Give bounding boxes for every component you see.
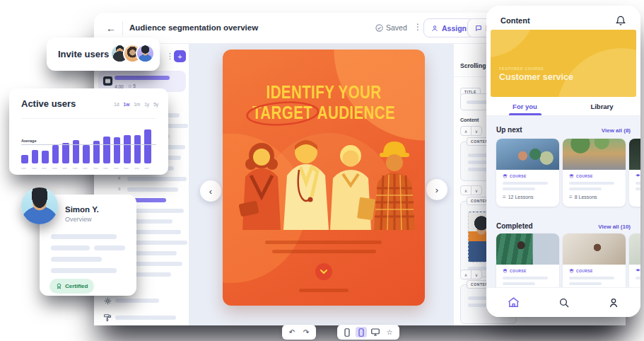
lessons-icon: ≡ xyxy=(503,195,506,200)
axis-tick xyxy=(144,168,149,169)
course-cap-icon xyxy=(503,269,508,273)
course-image xyxy=(563,233,626,265)
range-1y[interactable]: 1y xyxy=(144,102,149,107)
profile-name: Simon Y. xyxy=(65,205,99,214)
lessons-icon: ≡ xyxy=(569,195,573,200)
poster-slide[interactable]: IDENTIFY YOUR TARGET AUDIENCE xyxy=(223,50,425,306)
view-all-link[interactable]: View all (10) xyxy=(598,224,631,230)
monitor-icon[interactable] xyxy=(370,327,381,337)
placeholder-line xyxy=(503,282,535,285)
assign-label: Assign xyxy=(442,24,467,33)
active-users-chart-area: Average xyxy=(21,127,156,169)
range-1m[interactable]: 1m xyxy=(134,102,140,107)
featured-title: Customer service xyxy=(499,72,573,82)
course-image xyxy=(563,139,626,170)
invite-users-card: Invite users xyxy=(47,37,160,71)
phone-active-icon[interactable] xyxy=(356,327,367,337)
chart-bar xyxy=(21,155,28,163)
phone-portrait-icon[interactable] xyxy=(341,327,353,337)
redo-icon[interactable]: ↷ xyxy=(300,327,312,337)
placeholder-line xyxy=(503,182,548,185)
course-card[interactable]: COURSE ≡12 Lessons xyxy=(496,139,559,207)
undo-icon[interactable]: ↶ xyxy=(286,327,298,337)
scroll-down-button[interactable] xyxy=(315,263,332,280)
axis-tick xyxy=(134,168,139,169)
chevron-up-icon[interactable]: ∧ xyxy=(460,185,472,195)
placeholder-line xyxy=(636,182,640,185)
active-users-chart xyxy=(21,129,156,163)
axis-tick xyxy=(21,168,26,169)
divider xyxy=(21,118,156,119)
section-title-up-next: Up next xyxy=(496,126,522,134)
prev-slide-button[interactable]: ‹ xyxy=(200,180,221,202)
next-slide-button[interactable]: › xyxy=(426,179,447,200)
range-5y[interactable]: 5y xyxy=(153,102,158,107)
featured-course-card[interactable]: FEATURED COURSE Customer service xyxy=(491,30,636,97)
placeholder-line xyxy=(94,245,125,250)
active-tab-underline xyxy=(509,113,541,115)
average-line xyxy=(21,144,156,145)
tab-library[interactable]: Library xyxy=(563,97,640,115)
course-tag: COURSE xyxy=(569,269,593,273)
active-users-card: Active users 1d 1w 1m 1y 5y Average xyxy=(9,88,168,175)
reorder-stepper: ∧ ∨ xyxy=(460,126,482,136)
chart-bar xyxy=(52,145,59,163)
placeholder-line xyxy=(51,268,117,273)
course-image xyxy=(496,139,559,170)
chevron-up-icon[interactable]: ∧ xyxy=(460,126,472,136)
chart-bar xyxy=(114,137,121,163)
placeholder-line xyxy=(115,299,159,303)
back-arrow-icon[interactable]: ← xyxy=(104,21,118,35)
list-row-bar[interactable] xyxy=(127,177,187,181)
course-cap-icon xyxy=(569,269,574,273)
chevron-down-icon xyxy=(320,270,327,274)
list-row-bar[interactable] xyxy=(127,187,178,192)
profile-icon[interactable] xyxy=(608,297,619,308)
mobile-header-title: Content xyxy=(500,16,530,25)
placeholder-line xyxy=(569,182,614,185)
chart-axis-ticks xyxy=(21,168,156,169)
chevron-down-icon[interactable]: ∨ xyxy=(471,126,482,136)
course-cap-icon xyxy=(636,174,640,178)
course-card[interactable]: COURSE xyxy=(629,139,640,207)
course-image xyxy=(629,139,640,170)
chevron-up-icon[interactable]: ∧ xyxy=(460,270,472,279)
chart-bar xyxy=(42,151,49,163)
course-tag: COURSE xyxy=(503,174,527,178)
course-image xyxy=(496,233,559,265)
placeholder-line xyxy=(569,277,614,279)
course-card[interactable]: COURSE ≡8 Lessons xyxy=(563,139,626,207)
chart-bar xyxy=(62,143,69,163)
mobile-bottom-nav xyxy=(486,287,640,317)
poster-headline: IDENTIFY YOUR TARGET AUDIENCE xyxy=(241,82,407,123)
placeholder-line xyxy=(51,234,117,239)
star-icon[interactable]: ☆ xyxy=(384,327,395,337)
section-title-completed: Completed xyxy=(496,222,533,230)
course-image xyxy=(629,233,640,265)
search-icon[interactable] xyxy=(558,297,570,308)
content-section-label: Content xyxy=(460,117,479,122)
mobile-app-panel: Content FEATURED COURSE Customer service… xyxy=(486,6,640,317)
view-all-link[interactable]: View all (8) xyxy=(602,127,631,134)
range-1d[interactable]: 1d xyxy=(114,102,119,107)
home-icon[interactable] xyxy=(508,296,520,308)
chart-bar xyxy=(32,150,39,163)
course-cap-icon xyxy=(569,174,574,178)
poster-placeholder-line xyxy=(272,250,376,253)
gear-icon[interactable] xyxy=(104,297,112,305)
review-chat-icon xyxy=(475,25,482,32)
reorder-stepper: ∧ ∨ xyxy=(460,185,482,195)
range-1w[interactable]: 1w xyxy=(124,102,130,107)
chart-bar xyxy=(83,145,90,163)
avatar[interactable] xyxy=(136,44,155,63)
chart-bar xyxy=(134,135,141,163)
chevron-down-icon[interactable]: ∨ xyxy=(471,185,482,195)
placeholder-line xyxy=(569,187,602,190)
medal-icon xyxy=(56,283,62,289)
more-options-icon[interactable]: ⋮ xyxy=(414,22,422,32)
paint-roller-icon[interactable] xyxy=(103,313,112,322)
bell-icon[interactable] xyxy=(615,15,626,29)
lessons-meta: ≡12 Lessons xyxy=(503,195,533,200)
tab-for-you[interactable]: For you xyxy=(486,97,563,115)
chevron-down-icon[interactable]: ∨ xyxy=(471,270,482,279)
